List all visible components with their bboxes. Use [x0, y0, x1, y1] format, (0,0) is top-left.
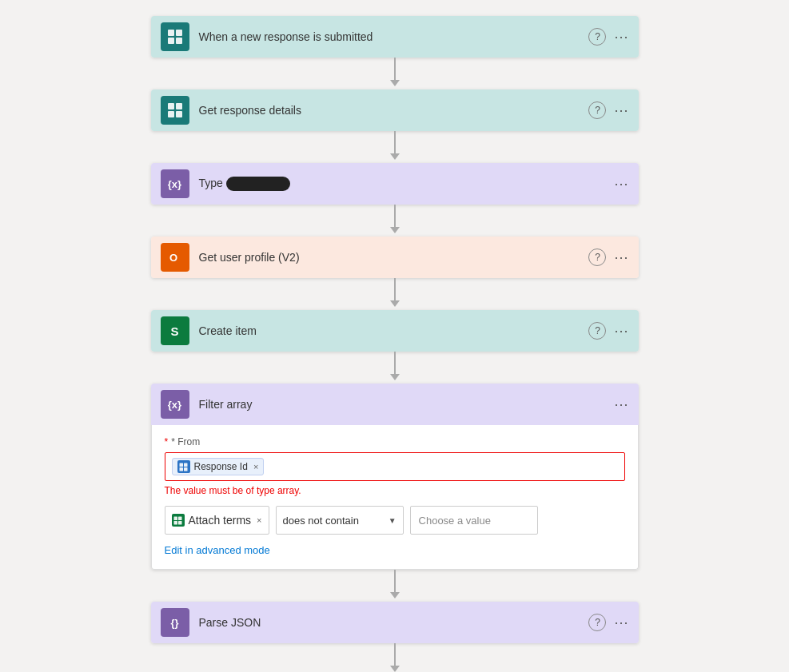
step-get-user-profile: O Get user profile (V2) ? ··· [151, 237, 639, 278]
step4-title: Get user profile (V2) [199, 251, 589, 264]
svg-rect-1 [176, 30, 182, 36]
response-id-remove[interactable]: × [253, 462, 258, 471]
token-forms-icon [177, 460, 190, 473]
attach-terms-label: Attach terms [189, 514, 252, 527]
step4-more-button[interactable]: ··· [614, 250, 628, 264]
step-parse-json: {} Parse JSON ? ··· [151, 602, 639, 643]
response-id-token: Response Id × [172, 458, 265, 475]
connector-line [394, 570, 396, 592]
svg-rect-2 [168, 38, 174, 44]
connector-line [394, 643, 396, 666]
step3-more-button[interactable]: ··· [614, 177, 628, 191]
step-filter-array: {x} Filter array ··· * * From [151, 384, 639, 570]
step-type: {x} Type ··· [151, 163, 639, 205]
step2-title: Get response details [199, 104, 589, 117]
step6-actions: ··· [614, 397, 628, 412]
svg-rect-11 [184, 463, 188, 467]
step4-icon: O [161, 243, 189, 272]
filter-token-box[interactable]: Attach terms × [165, 506, 269, 535]
response-id-label: Response Id [194, 461, 248, 472]
step6-more-button[interactable]: ··· [614, 397, 628, 412]
svg-rect-0 [168, 30, 174, 36]
connector-arrow [390, 300, 400, 307]
svg-rect-16 [174, 521, 178, 525]
svg-rect-14 [174, 516, 178, 520]
connector-arrow [390, 374, 400, 380]
step5-help-button[interactable]: ? [588, 322, 606, 340]
step7-more-button[interactable]: ··· [614, 615, 628, 630]
connector-arrow [390, 80, 400, 86]
step1-help-button[interactable]: ? [588, 28, 606, 46]
connector-line [394, 205, 396, 227]
condition-arrow-icon: ▼ [389, 516, 396, 525]
step3-header: {x} Type ··· [151, 163, 639, 205]
choose-value-placeholder: Choose a value [419, 515, 491, 527]
svg-rect-5 [176, 103, 182, 109]
connector-line [394, 131, 396, 153]
step-create-item: S Create item ? ··· [151, 310, 639, 352]
step5-title: Create item [199, 324, 589, 337]
step3-icon: {x} [161, 169, 189, 198]
step1-icon [161, 22, 189, 51]
connector-arrow [390, 153, 400, 160]
connector-arrow [390, 666, 400, 672]
step6-header: {x} Filter array ··· [151, 384, 639, 425]
step3-actions: ··· [614, 177, 628, 191]
connector-arrow [390, 592, 400, 598]
step7-header: {} Parse JSON ? ··· [151, 602, 639, 643]
step2-help-button[interactable]: ? [588, 101, 606, 119]
step2-header: Get response details ? ··· [151, 89, 639, 131]
edit-advanced-link[interactable]: Edit in advanced mode [165, 544, 270, 556]
step-get-response-details: Get response details ? ··· [151, 89, 639, 131]
condition-value: does not contain [283, 515, 359, 527]
step1-header: When a new response is submitted ? ··· [151, 16, 639, 58]
connector-7 [390, 643, 400, 672]
step5-actions: ? ··· [588, 322, 628, 340]
step7-help-button[interactable]: ? [588, 614, 606, 631]
step-when-new-response: When a new response is submitted ? ··· [151, 16, 639, 58]
filter-body: * * From Response Id × [151, 425, 639, 570]
attach-terms-remove[interactable]: × [257, 515, 261, 525]
step2-more-button[interactable]: ··· [614, 103, 628, 117]
from-error-message: The value must be of type array. [165, 485, 625, 496]
step4-actions: ? ··· [588, 249, 628, 266]
connector-4 [390, 278, 400, 310]
step4-header: O Get user profile (V2) ? ··· [151, 237, 639, 278]
svg-rect-12 [180, 467, 184, 471]
connector-arrow [390, 227, 400, 233]
step3-title: Type [199, 177, 615, 191]
svg-rect-6 [168, 111, 174, 117]
workflow-canvas: When a new response is submitted ? ··· G… [0, 0, 789, 672]
step1-more-button[interactable]: ··· [614, 30, 628, 44]
connector-line [394, 352, 396, 374]
condition-select[interactable]: does not contain ▼ [276, 506, 404, 535]
step3-redacted [226, 177, 290, 191]
step4-help-button[interactable]: ? [588, 249, 606, 266]
connector-6 [390, 570, 400, 602]
required-star: * [165, 436, 169, 447]
step5-icon: S [161, 316, 189, 345]
svg-text:O: O [169, 252, 177, 264]
svg-rect-3 [176, 38, 182, 44]
from-field-label: * * From [165, 436, 625, 447]
filter-token-icon [172, 514, 185, 527]
filter-condition-row: Attach terms × does not contain ▼ Choose… [165, 506, 625, 535]
choose-value-input[interactable]: Choose a value [410, 506, 538, 535]
connector-line [394, 58, 396, 80]
step5-more-button[interactable]: ··· [614, 324, 628, 338]
svg-rect-4 [168, 103, 174, 109]
step1-title: When a new response is submitted [199, 30, 589, 43]
connector-line [394, 278, 396, 300]
connector-5 [390, 352, 400, 384]
svg-rect-13 [184, 467, 188, 471]
connector-3 [390, 205, 400, 237]
from-token-input[interactable]: Response Id × [165, 452, 625, 481]
step6-title: Filter array [199, 398, 615, 411]
step2-icon [161, 96, 189, 125]
step7-title: Parse JSON [199, 616, 589, 629]
connector-2 [390, 131, 400, 163]
step6-icon: {x} [161, 390, 189, 419]
svg-rect-15 [178, 516, 182, 520]
svg-rect-10 [180, 463, 184, 467]
step5-header: S Create item ? ··· [151, 310, 639, 352]
